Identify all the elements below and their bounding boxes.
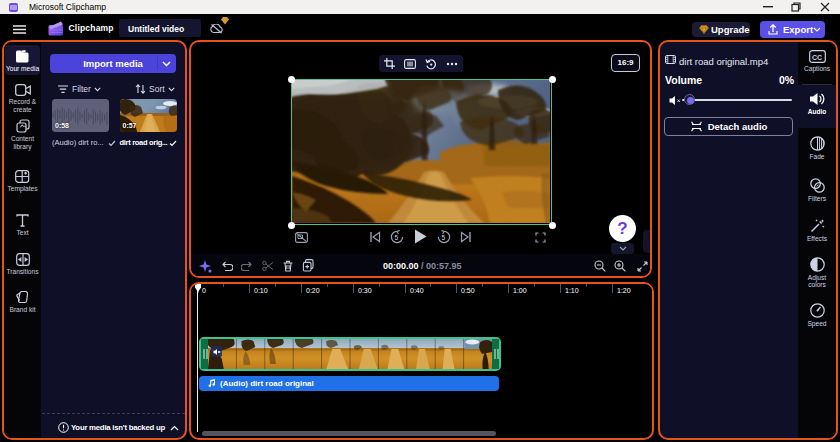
svg-text:CC: CC [812, 54, 822, 61]
svg-text:5: 5 [395, 234, 399, 241]
svg-text:5: 5 [442, 234, 446, 241]
